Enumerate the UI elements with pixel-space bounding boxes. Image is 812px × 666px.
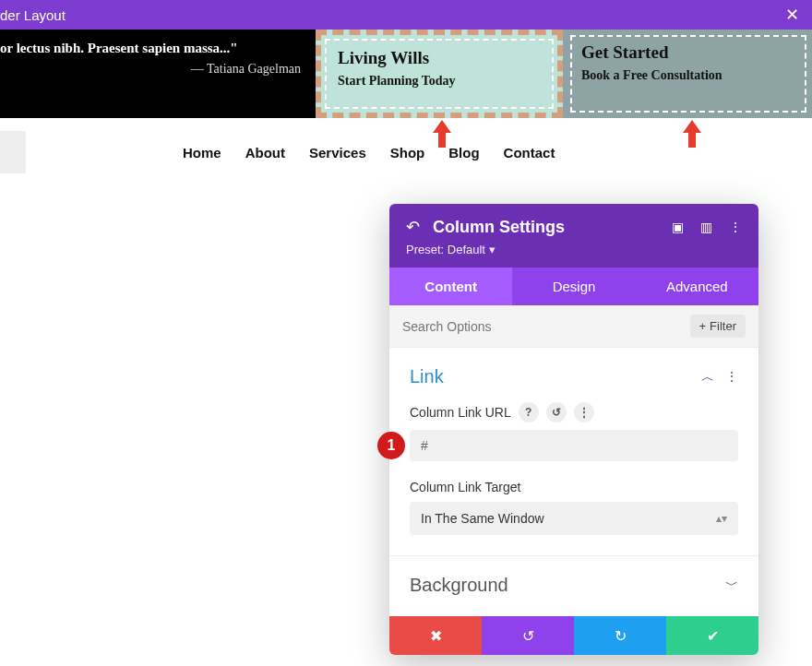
reset-icon[interactable]: ↺ xyxy=(546,402,567,422)
tab-advanced[interactable]: Advanced xyxy=(636,268,758,305)
logo-placeholder xyxy=(0,131,26,173)
builder-top-bar: der Layout ✕ xyxy=(0,0,812,30)
tab-content[interactable]: Content xyxy=(389,268,512,305)
hero-row: or lectus nibh. Praesent sapien massa...… xyxy=(0,30,812,118)
close-icon: ✖ xyxy=(430,627,442,645)
site-nav: Home About Services Shop Blog Contact xyxy=(0,118,812,186)
nav-item-home[interactable]: Home xyxy=(183,145,221,161)
save-button[interactable]: ✔ xyxy=(666,616,758,655)
back-icon[interactable]: ↶ xyxy=(406,217,420,237)
cta-subtitle: Start Planning Today xyxy=(338,74,541,89)
section-title: Link xyxy=(410,366,444,387)
field-column-link-url: Column Link URL ? ↺ ⋮ xyxy=(389,397,758,474)
help-icon[interactable]: ? xyxy=(519,402,539,422)
filter-label: Filter xyxy=(710,319,736,333)
field-label: Column Link URL xyxy=(410,405,511,420)
tab-design[interactable]: Design xyxy=(512,268,635,305)
panel-search-row: + Filter xyxy=(389,305,758,348)
responsive-icon[interactable]: ▥ xyxy=(700,220,712,234)
section-more-icon[interactable]: ⋮ xyxy=(725,369,738,386)
nav-item-contact[interactable]: Contact xyxy=(504,145,555,161)
section-title: Background xyxy=(410,575,508,596)
field-column-link-target: Column Link Target In The Same Window ▴▾ xyxy=(389,474,758,548)
field-label: Column Link Target xyxy=(410,480,520,494)
redo-button[interactable]: ↻ xyxy=(574,616,666,655)
column-settings-panel: ↶ Column Settings ▣ ▥ ⋮ Preset: Default … xyxy=(389,204,758,655)
undo-icon: ↺ xyxy=(522,627,534,645)
section-link-header[interactable]: Link ︿ ⋮ xyxy=(389,348,758,397)
close-icon[interactable]: ✕ xyxy=(780,5,805,25)
section-background-header[interactable]: Background ﹀ xyxy=(389,556,758,605)
annotation-badge-1: 1 xyxy=(377,432,405,459)
cta-title: Get Started xyxy=(581,42,795,63)
undo-button[interactable]: ↺ xyxy=(482,616,574,655)
nav-item-blog[interactable]: Blog xyxy=(448,145,479,161)
plus-icon: + xyxy=(699,319,707,333)
filter-button[interactable]: + Filter xyxy=(690,315,746,338)
preset-dropdown[interactable]: Preset: Default ▾ xyxy=(406,243,742,256)
check-icon: ✔ xyxy=(707,627,719,645)
panel-header: ↶ Column Settings ▣ ▥ ⋮ Preset: Default … xyxy=(389,204,758,268)
discard-button[interactable]: ✖ xyxy=(389,616,482,655)
testimonial-text: or lectus nibh. Praesent sapien massa...… xyxy=(0,41,301,56)
search-input[interactable] xyxy=(402,319,681,334)
chevron-down-icon[interactable]: ﹀ xyxy=(725,577,738,594)
cta-subtitle: Book a Free Consultation xyxy=(581,68,795,83)
chevron-up-icon[interactable]: ︿ xyxy=(701,369,714,386)
panel-footer: ✖ ↺ ↻ ✔ xyxy=(389,616,758,655)
select-caret-icon: ▴▾ xyxy=(716,513,727,524)
select-value: In The Same Window xyxy=(421,511,544,526)
wireframe-icon[interactable]: ▣ xyxy=(672,220,684,234)
builder-title: der Layout xyxy=(0,7,66,23)
nav-links: Home About Services Shop Blog Contact xyxy=(183,145,555,161)
testimonial-column: or lectus nibh. Praesent sapien massa...… xyxy=(0,30,316,118)
panel-title: Column Settings xyxy=(433,218,659,237)
cta-column-get-started[interactable]: Get Started Book a Free Consultation xyxy=(563,30,812,118)
nav-item-about[interactable]: About xyxy=(245,145,285,161)
panel-body: Link ︿ ⋮ Column Link URL ? ↺ ⋮ Column Li… xyxy=(389,348,758,616)
column-link-target-select[interactable]: In The Same Window ▴▾ xyxy=(410,502,738,535)
field-more-icon[interactable]: ⋮ xyxy=(574,402,594,422)
cta-column-living-wills[interactable]: Living Wills Start Planning Today xyxy=(316,30,563,118)
panel-tabs: Content Design Advanced xyxy=(389,268,758,305)
cta-title: Living Wills xyxy=(338,48,541,68)
more-icon[interactable]: ⋮ xyxy=(729,220,742,234)
nav-item-services[interactable]: Services xyxy=(309,145,366,161)
redo-icon: ↻ xyxy=(615,627,627,645)
column-link-url-input[interactable] xyxy=(410,430,738,461)
testimonial-attribution: — Tatiana Gagelman xyxy=(0,62,301,77)
nav-item-shop[interactable]: Shop xyxy=(390,145,425,161)
